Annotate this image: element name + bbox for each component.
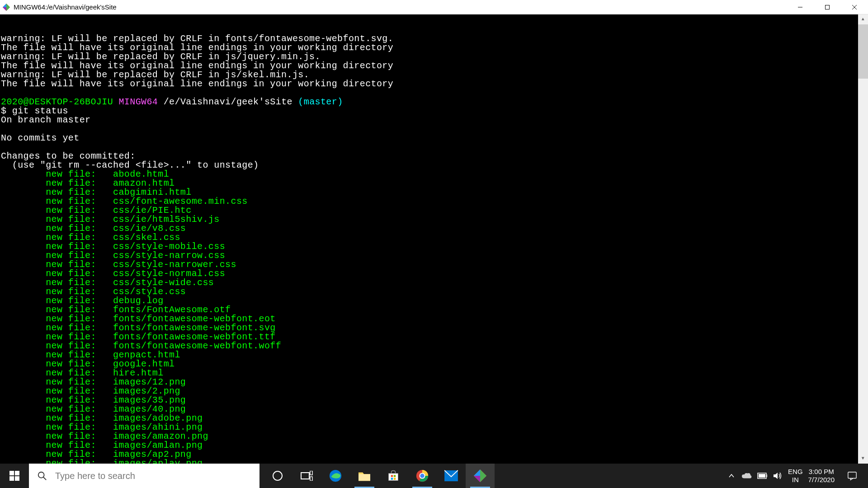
- svg-marker-32: [474, 469, 480, 476]
- svg-marker-30: [480, 469, 486, 482]
- microsoft-store-button[interactable]: [379, 464, 408, 488]
- svg-point-14: [273, 471, 282, 480]
- onedrive-icon[interactable]: [742, 471, 752, 481]
- window-title: MINGW64:/e/Vaishnavi/geek'sSite: [14, 3, 117, 11]
- cortana-button[interactable]: [263, 464, 292, 488]
- lang-primary: ENG: [788, 468, 803, 476]
- svg-rect-15: [301, 473, 309, 479]
- scroll-down-arrow[interactable]: ▼: [858, 454, 868, 464]
- chrome-icon: [415, 469, 429, 483]
- language-indicator[interactable]: ENG IN: [788, 468, 803, 484]
- git-bash-taskbar-button[interactable]: [466, 464, 495, 488]
- clock-date: 7/7/2020: [808, 476, 835, 484]
- file-explorer-button[interactable]: [350, 464, 379, 488]
- scroll-thumb[interactable]: [858, 24, 868, 79]
- svg-rect-16: [310, 471, 312, 475]
- folder-icon: [358, 470, 371, 482]
- svg-rect-8: [9, 471, 14, 475]
- svg-rect-5: [826, 5, 830, 9]
- mail-button[interactable]: [437, 464, 466, 488]
- search-placeholder: Type here to search: [55, 471, 135, 481]
- svg-marker-31: [474, 476, 480, 482]
- task-view-button[interactable]: [292, 464, 321, 488]
- edge-button[interactable]: [321, 464, 350, 488]
- svg-line-13: [43, 477, 46, 480]
- windows-icon: [9, 471, 19, 481]
- system-tray: ENG IN 3:00 PM 7/7/2020: [726, 464, 868, 488]
- taskbar-search[interactable]: Type here to search: [29, 464, 259, 488]
- scroll-up-arrow[interactable]: ▲: [858, 14, 868, 24]
- svg-rect-17: [310, 477, 312, 481]
- taskbar-apps: [263, 464, 495, 488]
- start-button[interactable]: [0, 464, 29, 488]
- svg-rect-23: [391, 478, 393, 479]
- search-icon: [37, 471, 47, 481]
- volume-icon[interactable]: [773, 471, 783, 481]
- svg-rect-22: [394, 475, 396, 477]
- git-bash-taskbar-icon: [474, 469, 486, 482]
- svg-rect-11: [15, 476, 19, 481]
- svg-rect-34: [759, 474, 765, 478]
- svg-rect-35: [767, 474, 767, 477]
- minimize-button[interactable]: [787, 0, 814, 14]
- svg-rect-19: [359, 474, 370, 481]
- clock[interactable]: 3:00 PM 7/7/2020: [808, 468, 835, 484]
- notifications-icon: [847, 471, 857, 481]
- terminal-output[interactable]: warning: LF will be replaced by CRLF in …: [0, 14, 868, 464]
- svg-point-12: [38, 472, 44, 478]
- svg-rect-9: [15, 471, 19, 475]
- svg-marker-1: [6, 4, 10, 11]
- edge-icon: [329, 469, 342, 483]
- close-button[interactable]: [841, 0, 868, 14]
- windows-taskbar: Type here to search ENG IN 3:00 PM 7/7/2…: [0, 464, 868, 488]
- maximize-button[interactable]: [814, 0, 841, 14]
- window-controls: [787, 0, 868, 14]
- chrome-button[interactable]: [408, 464, 437, 488]
- svg-rect-21: [391, 475, 393, 477]
- task-view-icon: [300, 471, 313, 481]
- tray-chevron-icon[interactable]: [726, 471, 736, 481]
- titlebar-left: MINGW64:/e/Vaishnavi/geek'sSite: [0, 3, 117, 11]
- svg-rect-36: [848, 472, 856, 479]
- svg-rect-10: [9, 476, 14, 481]
- store-icon: [387, 469, 400, 482]
- cortana-icon: [272, 470, 283, 482]
- svg-rect-20: [389, 474, 398, 481]
- clock-time: 3:00 PM: [808, 468, 835, 476]
- svg-marker-3: [3, 4, 6, 7]
- svg-marker-2: [3, 7, 6, 11]
- notifications-button[interactable]: [840, 464, 864, 488]
- window-titlebar: MINGW64:/e/Vaishnavi/geek'sSite: [0, 0, 868, 14]
- svg-point-27: [420, 474, 424, 478]
- mail-icon: [444, 470, 458, 482]
- battery-icon[interactable]: [757, 471, 767, 481]
- git-bash-icon: [3, 4, 10, 11]
- vertical-scrollbar[interactable]: ▲ ▼: [858, 14, 868, 464]
- lang-secondary: IN: [788, 476, 803, 484]
- svg-rect-24: [394, 478, 396, 479]
